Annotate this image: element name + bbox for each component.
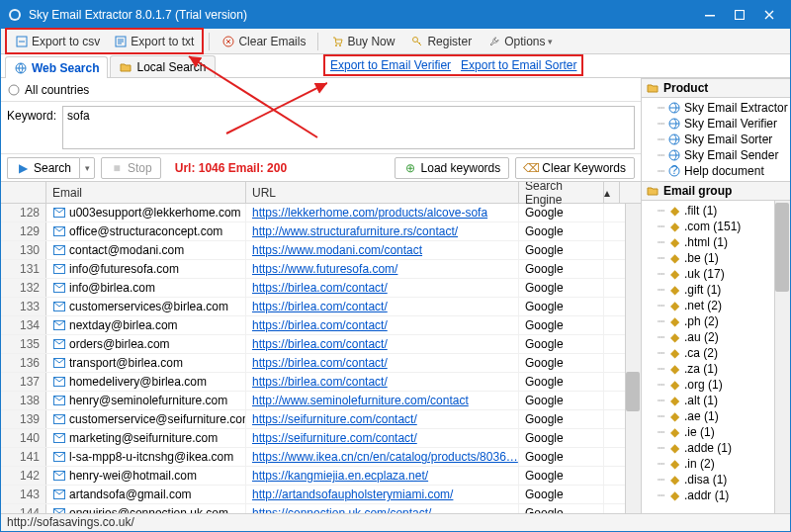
table-row[interactable]: 138henry@seminolefurniture.comhttp://www… [1, 392, 641, 410]
mail-icon [52, 412, 66, 426]
url-cell[interactable]: https://birlea.com/contact/ [246, 335, 519, 353]
stop-icon: ■ [110, 161, 124, 175]
url-cell[interactable]: https://www.modani.com/contact [246, 241, 519, 259]
url-cell[interactable]: https://birlea.com/contact/ [246, 354, 519, 372]
group-item[interactable]: ┈◆.ie (1) [642, 424, 790, 440]
url-cell[interactable]: http://www.seminolefurniture.com/contact [246, 392, 519, 409]
url-cell[interactable]: https://connection.uk.com/contact/ [246, 504, 519, 513]
url-cell[interactable]: https://lekkerhome.com/products/alcove-s… [246, 204, 519, 222]
export-sorter-link[interactable]: Export to Email Sorter [461, 58, 576, 72]
group-item[interactable]: ┈◆.com (151) [642, 219, 790, 234]
tree-dash-icon: ┈ [658, 235, 664, 249]
url-cell[interactable]: https://www.futuresofa.com/ [246, 260, 519, 278]
group-item[interactable]: ┈◆.ae (1) [642, 408, 790, 424]
group-item[interactable]: ┈◆.org (1) [642, 377, 790, 393]
url-cell[interactable]: https://seifurniture.com/contact/ [246, 429, 519, 447]
minimize-button[interactable] [695, 1, 725, 29]
load-keywords-button[interactable]: ⊕ Load keywords [395, 157, 510, 179]
col-se-header[interactable]: Search Engine [519, 182, 604, 203]
wrench-icon [487, 35, 501, 48]
group-item[interactable]: ┈◆.net (2) [642, 298, 790, 313]
product-item[interactable]: ┈Sky Email Sorter [642, 132, 790, 147]
group-item[interactable]: ┈◆.au (2) [642, 329, 790, 345]
group-item[interactable]: ┈◆.ph (2) [642, 313, 790, 329]
close-button[interactable] [754, 1, 784, 29]
product-item-label: Sky Email Sender [684, 148, 778, 162]
tab-local-search[interactable]: Local Search [110, 55, 215, 77]
group-item[interactable]: ┈◆.html (1) [642, 234, 790, 250]
group-item[interactable]: ┈◆.gift (1) [642, 282, 790, 298]
url-cell[interactable]: https://birlea.com/contact/ [246, 316, 519, 334]
table-row[interactable]: 129office@structuraconcept.comhttp://www… [1, 222, 641, 241]
url-cell[interactable]: https://birlea.com/contact/ [246, 279, 519, 297]
col-email-header[interactable]: Email [46, 182, 246, 203]
row-number: 143 [1, 486, 46, 503]
group-item[interactable]: ┈◆.addr (1) [642, 488, 790, 503]
url-cell[interactable]: https://birlea.com/contact/ [246, 298, 519, 315]
table-row[interactable]: 143artandsofa@gmail.comhttp://artandsofa… [1, 486, 641, 504]
grid-body[interactable]: 128u003esupport@lekkerhome.comhttps://le… [1, 204, 641, 513]
table-row[interactable]: 130contact@modani.comhttps://www.modani.… [1, 241, 641, 260]
group-item[interactable]: ┈◆.filt (1) [642, 203, 790, 219]
table-row[interactable]: 132info@birlea.comhttps://birlea.com/con… [1, 279, 641, 298]
url-cell[interactable]: https://www.ikea.cn/cn/en/catalog/produc… [246, 448, 519, 466]
url-cell[interactable]: https://seifurniture.com/contact/ [246, 410, 519, 428]
table-row[interactable]: 140marketing@seifurniture.comhttps://sei… [1, 429, 641, 448]
url-cell[interactable]: https://kangmiejia.en.ecplaza.net/ [246, 467, 519, 485]
table-row[interactable]: 131info@futuresofa.comhttps://www.future… [1, 260, 641, 279]
clear-emails-button[interactable]: Clear Emails [215, 31, 312, 51]
product-item[interactable]: ┈?Help document [642, 163, 790, 179]
group-item[interactable]: ┈◆.ca (2) [642, 345, 790, 361]
table-row[interactable]: 135orders@birlea.comhttps://birlea.com/c… [1, 335, 641, 354]
maximize-button[interactable] [725, 1, 754, 29]
table-row[interactable]: 139customerservice@seifurniture.comhttps… [1, 410, 641, 429]
group-item[interactable]: ┈◆.be (1) [642, 250, 790, 266]
table-row[interactable]: 144enquiries@connection.uk.comhttps://co… [1, 504, 641, 513]
table-row[interactable]: 134nextday@birlea.comhttps://birlea.com/… [1, 316, 641, 335]
export-verifier-link[interactable]: Export to Email Verifier [330, 58, 451, 72]
group-item[interactable]: ┈◆.adde (1) [642, 440, 790, 456]
group-item[interactable]: ┈◆.za (1) [642, 361, 790, 377]
keyword-input[interactable] [62, 106, 635, 149]
vertical-scrollbar[interactable] [625, 204, 641, 513]
mail-icon [52, 337, 66, 351]
table-row[interactable]: 142henry-wei@hotmail.comhttps://kangmiej… [1, 467, 641, 486]
email-cell: customerservices@birlea.com [46, 298, 246, 315]
group-scrollbar[interactable] [774, 201, 790, 513]
url-cell[interactable]: http://artandsofaupholsterymiami.com/ [246, 486, 519, 503]
buy-now-button[interactable]: Buy Now [323, 31, 401, 51]
group-item[interactable]: ┈◆.in (2) [642, 456, 790, 472]
table-row[interactable]: 137homedelivery@birlea.comhttps://birlea… [1, 373, 641, 392]
col-number-header[interactable] [1, 182, 46, 203]
table-row[interactable]: 136transport@birlea.comhttps://birlea.co… [1, 354, 641, 373]
group-item[interactable]: ┈◆.uk (17) [642, 266, 790, 282]
mail-icon [52, 450, 66, 464]
tab-web-search[interactable]: Web Search [5, 56, 108, 78]
export-csv-button[interactable]: Export to csv [8, 31, 107, 51]
table-row[interactable]: 133customerservices@birlea.comhttps://bi… [1, 298, 641, 316]
url-cell[interactable]: https://birlea.com/contact/ [246, 373, 519, 391]
product-item[interactable]: ┈Sky Email Extractor [642, 100, 790, 116]
table-row[interactable]: 141l-sa-mpp8-u-itcnshg@ikea.comhttps://w… [1, 448, 641, 467]
col-url-header[interactable]: URL [246, 182, 519, 203]
export-txt-button[interactable]: Export to txt [107, 31, 201, 51]
scrollbar-thumb[interactable] [626, 372, 640, 411]
group-item[interactable]: ┈◆.alt (1) [642, 393, 790, 408]
product-item[interactable]: ┈Sky Email Sender [642, 147, 790, 163]
mail-icon [52, 431, 66, 445]
url-cell[interactable]: http://www.structurafurniture.rs/contact… [246, 222, 519, 240]
tree-dash-icon: ┈ [658, 283, 664, 297]
table-row[interactable]: 128u003esupport@lekkerhome.comhttps://le… [1, 204, 641, 222]
group-item[interactable]: ┈◆.disa (1) [642, 472, 790, 488]
countries-filter[interactable]: All countries [7, 83, 89, 97]
search-button[interactable]: ▶ Search [7, 157, 79, 179]
options-button[interactable]: Options ▾ [481, 31, 560, 51]
product-item[interactable]: ┈Sky Email Verifier [642, 116, 790, 132]
group-scrollbar-thumb[interactable] [775, 203, 789, 292]
tree-dash-icon: ┈ [658, 267, 664, 281]
clear-keywords-button[interactable]: ⌫ Clear Keywords [515, 157, 635, 179]
scroll-up-icon[interactable]: ▴ [604, 182, 620, 203]
stop-button[interactable]: ■ Stop [101, 157, 161, 179]
register-button[interactable]: Register [403, 31, 479, 51]
search-dropdown[interactable]: ▾ [79, 157, 95, 179]
